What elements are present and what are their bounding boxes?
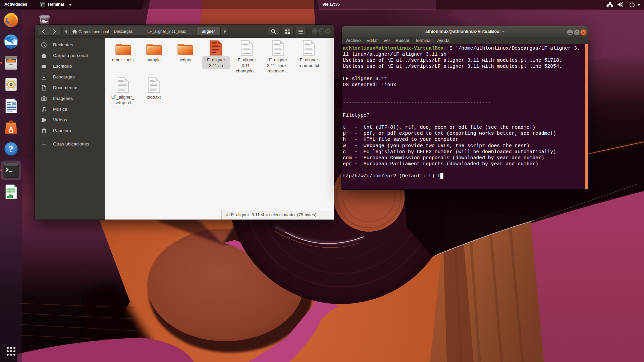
svg-text:?: ? bbox=[9, 144, 13, 154]
